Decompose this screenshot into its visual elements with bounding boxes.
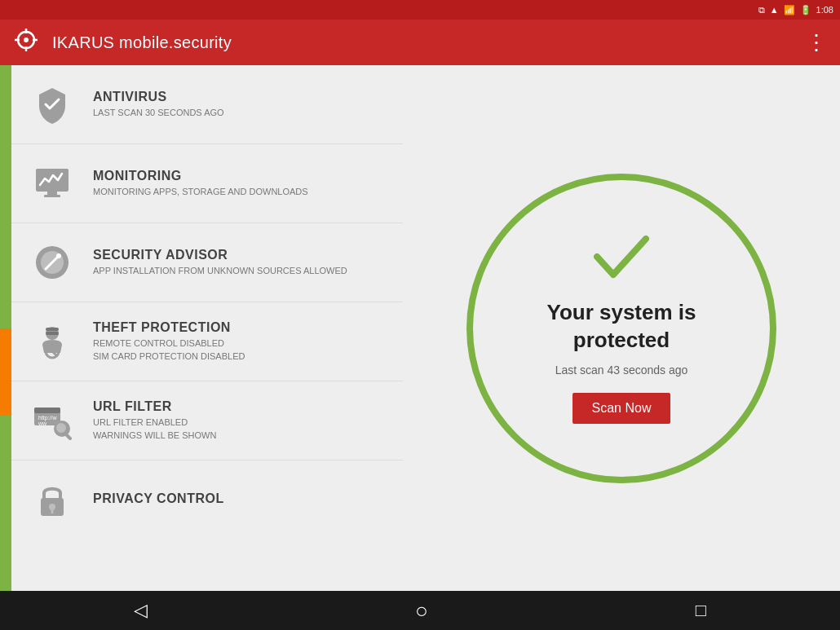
antivirus-title: ANTIVIRUS [93,90,224,104]
menu-item-url-filter[interactable]: http://w ww URL FILTER URL FILTER ENABLE… [11,381,403,460]
home-button[interactable]: ○ [415,598,428,623]
accent-monitoring [0,153,11,241]
checkmark-icon [593,232,650,289]
protection-title: Your system isprotected [530,299,712,355]
accent-sidebar [0,65,11,591]
menu-item-security-advisor[interactable]: SECURITY ADVISOR APP INSTALLATION FROM U… [11,223,403,302]
scan-now-button[interactable]: Scan now [573,393,671,424]
monitoring-text: MONITORING MONITORING APPS, STORAGE AND … [93,169,308,198]
battery-icon: 🔋 [800,5,811,15]
protection-circle: Your system isprotected Last scan 43 sec… [466,174,776,483]
theft-protection-subtitle: REMOTE CONTROL DISABLED SIM CARD PROTECT… [93,337,245,363]
copy-icon: ⧉ [758,5,765,15]
bottom-nav-bar: ◁ ○ □ [0,591,840,630]
privacy-control-icon [28,475,77,524]
svg-point-27 [56,423,66,433]
antivirus-text: ANTIVIRUS LAST SCAN 30 SECONDS AGO [93,90,224,119]
accent-theft [0,328,11,416]
recents-button[interactable]: □ [696,600,706,621]
theft-protection-icon [28,317,77,366]
menu-item-privacy-control[interactable]: PRIVACY CONTROL [11,460,403,539]
monitoring-title: MONITORING [93,169,308,183]
svg-text:ww: ww [38,421,47,426]
theft-protection-title: THEFT PROTECTION [93,320,245,335]
app-logo-icon [13,27,39,59]
accent-privacy [0,504,11,592]
accent-url [0,416,11,504]
security-advisor-subtitle: APP INSTALLATION FROM UNKNOWN SOURCES AL… [93,265,347,277]
url-filter-title: URL FILTER [93,399,216,414]
svg-rect-23 [34,408,60,413]
app-bar-left: IKARUS mobile.security [13,27,232,59]
svg-point-1 [24,37,29,42]
app-title: IKARUS mobile.security [52,33,232,52]
accent-antivirus [0,65,11,153]
svg-point-16 [56,253,61,258]
svg-rect-18 [46,328,59,331]
overflow-menu-icon[interactable]: ⋮ [806,30,827,55]
url-filter-text: URL FILTER URL FILTER ENABLED WARNINGS W… [93,399,216,442]
svg-rect-19 [46,332,59,335]
monitoring-subtitle: MONITORING APPS, STORAGE AND DOWNLOADS [93,186,308,198]
back-button[interactable]: ◁ [134,600,148,621]
last-scan-text: Last scan 43 seconds ago [555,363,688,377]
antivirus-icon [28,80,77,129]
security-advisor-title: SECURITY ADVISOR [93,248,347,262]
accent-security [0,240,11,328]
svg-rect-6 [36,169,69,192]
menu-list: ANTIVIRUS LAST SCAN 30 SECONDS AGO MONIT… [11,65,403,591]
security-advisor-text: SECURITY ADVISOR APP INSTALLATION FROM U… [93,248,347,277]
url-filter-subtitle: URL FILTER ENABLED WARNINGS WILL BE SHOW… [93,416,216,442]
monitoring-icon [28,159,77,208]
theft-protection-text: THEFT PROTECTION REMOTE CONTROL DISABLED… [93,320,245,363]
clock: 1:08 [816,5,833,15]
signal-icon: 📶 [784,5,795,15]
main-content: ANTIVIRUS LAST SCAN 30 SECONDS AGO MONIT… [0,65,840,591]
wifi-icon: ▲ [770,5,779,15]
security-advisor-icon [28,238,77,287]
menu-item-monitoring[interactable]: MONITORING MONITORING APPS, STORAGE AND … [11,144,403,223]
svg-line-28 [65,434,70,438]
status-bar: ⧉ ▲ 📶 🔋 1:08 [0,0,840,20]
menu-item-antivirus[interactable]: ANTIVIRUS LAST SCAN 30 SECONDS AGO [11,65,403,144]
privacy-control-text: PRIVACY CONTROL [93,491,224,509]
app-bar: IKARUS mobile.security ⋮ [0,20,840,65]
svg-rect-7 [47,192,57,195]
menu-item-theft-protection[interactable]: THEFT PROTECTION REMOTE CONTROL DISABLED… [11,302,403,381]
svg-rect-8 [44,195,60,197]
antivirus-subtitle: LAST SCAN 30 SECONDS AGO [93,107,224,119]
url-filter-icon: http://w ww [28,396,77,445]
privacy-control-title: PRIVACY CONTROL [93,491,224,506]
protection-panel: Your system isprotected Last scan 43 sec… [403,65,840,591]
